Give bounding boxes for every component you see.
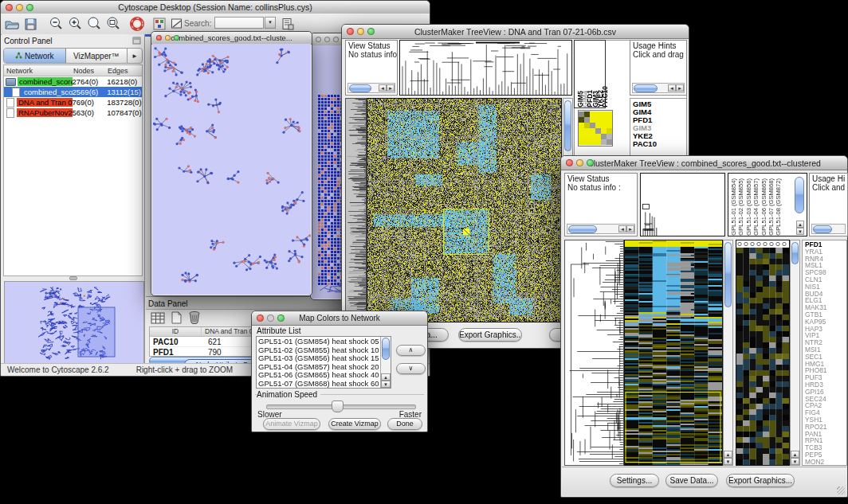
tv1-mini-heatmap[interactable] — [578, 110, 613, 147]
network-row[interactable]: DNA and Tran 07769(0)183728(0) — [4, 97, 142, 107]
search-input[interactable] — [214, 17, 264, 29]
animate-vizmap-button[interactable]: Animate Vizmap — [263, 418, 320, 430]
zoom-in-icon[interactable] — [66, 16, 84, 32]
panel-splitter[interactable] — [3, 275, 143, 280]
network-row[interactable]: combined_sco2569(6)13112(15) — [4, 87, 142, 97]
save-icon[interactable] — [22, 16, 39, 32]
tv1-column-label[interactable]: YKE2 — [596, 90, 601, 107]
open-folder-icon[interactable] — [3, 16, 21, 32]
tv2-column-dendrogram[interactable] — [640, 173, 725, 236]
tv1-row-dendrogram[interactable] — [345, 98, 367, 322]
scroll-down-arrow[interactable]: ▼ — [791, 458, 799, 465]
close-button[interactable] — [156, 35, 162, 41]
minimize-button[interactable] — [324, 37, 330, 42]
col-nodes[interactable]: Nodes — [73, 67, 108, 75]
view-status-scrollbar[interactable]: ◄ ► — [567, 224, 635, 234]
scroll-left-arrow[interactable]: ◄ — [618, 225, 626, 232]
close-button[interactable] — [6, 4, 13, 11]
tab-network[interactable]: Network — [4, 49, 66, 63]
scroll-down-arrow[interactable]: ▼ — [796, 228, 804, 235]
usage-hints-scrollbar[interactable] — [811, 224, 846, 234]
tv2-row-dendrogram[interactable] — [564, 240, 624, 466]
close-button[interactable] — [566, 159, 573, 166]
minimize-button[interactable] — [576, 159, 583, 166]
close-button[interactable] — [316, 37, 321, 42]
minimize-button[interactable] — [16, 4, 23, 11]
minimize-button[interactable] — [267, 315, 274, 322]
minimize-button[interactable] — [357, 28, 364, 35]
scroll-left-arrow[interactable]: ◄ — [668, 84, 676, 92]
delete-trash-icon[interactable] — [188, 311, 201, 327]
tab-vizmapper[interactable]: VizMapper™ — [66, 49, 128, 63]
create-vizmap-button[interactable]: Create Vizmap — [328, 418, 381, 430]
tv2-heatmap[interactable] — [624, 240, 723, 466]
scroll-up-arrow[interactable]: ▲ — [724, 451, 732, 458]
search-dropdown-button[interactable]: ▼ — [265, 17, 276, 29]
tv1-row-label[interactable]: PAC10 — [633, 140, 686, 148]
move-up-button[interactable]: ∧ — [396, 345, 426, 356]
network-view-canvas[interactable] — [152, 44, 311, 295]
scroll-right-arrow[interactable]: ► — [626, 225, 634, 232]
zoom-button[interactable] — [587, 159, 594, 166]
attribute-list-scrollbar[interactable]: ▲▼ — [380, 337, 391, 388]
tv2-column-label[interactable]: GPL51-06 (GSM865) — [760, 178, 768, 236]
resize-grip[interactable] — [837, 486, 845, 494]
window-controls[interactable] — [1, 4, 38, 11]
tv1-column-labels[interactable]: GIM5GIM4PFD1GIM3YKE2PAC10 — [574, 40, 606, 108]
scroll-right-arrow[interactable]: ► — [676, 84, 684, 92]
zoom-button[interactable] — [333, 37, 339, 42]
col-network[interactable]: Network — [4, 65, 73, 76]
tv2-save-data-button[interactable]: Save Data... — [665, 474, 718, 487]
scroll-up-arrow[interactable]: ▲ — [791, 451, 799, 458]
tv1-export-graphics-button[interactable]: Export Graphics... — [458, 328, 522, 342]
tv2-column-label[interactable]: GPL51-02 (GSM855) — [737, 178, 744, 236]
tv2-column-label[interactable]: GPL51-07 (GSM868) — [768, 178, 775, 236]
scroll-right-arrow[interactable]: ► — [387, 84, 395, 92]
network-overview[interactable] — [4, 281, 144, 365]
tv1-heatmap[interactable] — [367, 98, 562, 322]
scroll-down-arrow[interactable]: ▼ — [724, 458, 732, 465]
attribute-item[interactable]: GPL51-01 (GSM854) heat shock 05 min — [257, 338, 380, 346]
slider-thumb[interactable] — [332, 400, 344, 412]
attribute-item[interactable]: GPL51-07 (GSM868) heat shock 60 min — [257, 380, 380, 389]
help-lifesaver-icon[interactable] — [128, 16, 146, 32]
tab-overflow-arrow[interactable]: ► — [128, 49, 142, 63]
float-panel-icon[interactable] — [132, 33, 141, 48]
tv1-column-label[interactable]: PAC10 — [601, 86, 606, 107]
zoom-button[interactable] — [367, 28, 375, 35]
zoom-selected-icon[interactable] — [104, 16, 122, 32]
attribute-item[interactable]: GPL51-04 (GSM857) heat shock 20 min — [257, 363, 380, 372]
tv2-column-labels[interactable]: GPL51-01 (GSM854)GPL51-02 (GSM855)GPL51-… — [728, 173, 807, 236]
table-icon[interactable] — [151, 312, 165, 327]
scroll-left-arrow[interactable]: ◄ — [379, 84, 387, 92]
tv2-export-graphics-button[interactable]: Export Graphics... — [726, 474, 795, 487]
tv2-gene-labels[interactable]: PFD1YRA1RNR4MSL1SPC98CLN1NIS1BUD4ELG1MAK… — [802, 240, 847, 466]
close-button[interactable] — [347, 28, 354, 35]
col-edges[interactable]: Edges — [108, 67, 142, 75]
zoom-fit-icon[interactable] — [85, 16, 103, 32]
new-document-icon[interactable] — [171, 311, 183, 327]
close-button[interactable] — [257, 315, 264, 322]
annotation-icon[interactable] — [168, 16, 186, 32]
zoom-out-icon[interactable] — [47, 16, 65, 32]
tv2-column-labels-scrollbar[interactable] — [795, 177, 804, 213]
tv1-column-label[interactable]: PFD1 — [586, 90, 591, 107]
scroll-up-arrow[interactable]: ▲ — [381, 373, 391, 381]
done-button[interactable]: Done — [387, 418, 422, 430]
zoom-button[interactable] — [277, 315, 285, 322]
tv1-column-label[interactable]: GIM3 — [591, 91, 596, 107]
search-index-icon[interactable] — [279, 16, 296, 32]
tv2-zoom-vscrollbar[interactable]: ▲▼ — [790, 240, 800, 466]
zoom-button[interactable] — [174, 35, 179, 41]
attribute-item[interactable]: GPL51-06 (GSM865) heat shock 40 min — [257, 371, 380, 380]
main-titlebar[interactable]: Cytoscape Desktop (Session Name: collins… — [1, 1, 430, 14]
tv2-zoom-heatmap[interactable] — [736, 240, 790, 466]
dp-col-id[interactable]: ID — [150, 327, 202, 336]
scroll-up-arrow[interactable]: ▲ — [796, 221, 804, 228]
tv2-settings-button[interactable]: Settings... — [610, 474, 659, 487]
zoom-button[interactable] — [26, 4, 33, 11]
tv1-column-dendrogram[interactable] — [399, 40, 572, 96]
tv2-column-label[interactable]: GPL51-01 (GSM854) — [730, 178, 737, 236]
scroll-down-arrow[interactable]: ▼ — [381, 381, 391, 388]
attribute-item[interactable]: GPL51-02 (GSM855) heat shock 10 min — [257, 346, 380, 355]
